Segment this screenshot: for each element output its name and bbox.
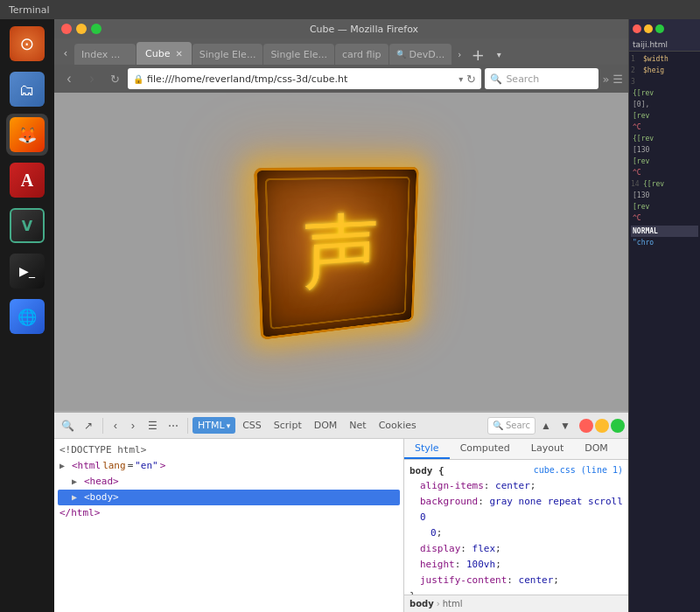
dt-search-wrap[interactable]: 🔍 Searc (487, 417, 536, 435)
firefox-icon: 🦊 (18, 126, 37, 144)
rp-mode-line: NORMAL (631, 226, 698, 237)
cube-display: 声 (249, 160, 433, 344)
rp-line-17: ^C (631, 212, 698, 224)
dt-next-result[interactable]: ▼ (556, 417, 574, 435)
rp-line-1: 1 $width (631, 53, 698, 65)
back-btn[interactable]: ‹ (60, 69, 79, 88)
dt-html-dropdown[interactable]: ▾ (227, 421, 231, 430)
dt-prev-result[interactable]: ▲ (537, 417, 555, 435)
list-tabs-btn[interactable]: ▾ (489, 44, 508, 65)
reload-btn[interactable]: ↻ (105, 69, 124, 88)
dom-body-row[interactable]: ▶ <body> (58, 490, 400, 505)
bc-body[interactable]: body (410, 599, 434, 609)
expand-icon: ▶ (72, 474, 82, 490)
dt-tab-net[interactable]: Net (344, 417, 371, 434)
style-prop-display: display: flex; (410, 541, 623, 557)
rp-line-2: 2 $heig (631, 65, 698, 76)
chrome-icon: 🌐 (18, 308, 37, 326)
devtools-status-bar: body › html (404, 595, 628, 612)
style-source[interactable]: cube.css (line 1) (534, 465, 623, 476)
rp-line-15: [130 (631, 190, 698, 201)
url-input-wrap[interactable]: 🔒 file:///home/reverland/tmp/css-3d/cube… (128, 68, 481, 89)
devtools-panel: 🔍 ↗ ‹ › ☰ ⋯ HTML ▾ CSS (54, 411, 628, 612)
tab-back-btn[interactable]: ‹ (58, 42, 74, 65)
taskbar-item-ubuntu[interactable]: ⊙ (6, 23, 48, 65)
tab-cube-close[interactable]: ✕ (175, 49, 182, 59)
search-icon: 🔍 (490, 73, 502, 85)
rp-min-btn[interactable] (644, 24, 653, 33)
close-btn[interactable] (61, 24, 72, 34)
rp-close-btn[interactable] (633, 24, 641, 33)
rp-line-6: [rev (631, 110, 698, 122)
tab-single-ele-2[interactable]: Single Ele... (263, 44, 334, 65)
dt-expand-btn[interactable]: ⋯ (164, 416, 183, 435)
style-panel-tabs: Style Computed Layout DOM Events » (404, 439, 628, 460)
add-tab-btn[interactable]: + (467, 44, 488, 65)
dt-btn-2[interactable] (595, 419, 609, 433)
taskbar-item-font[interactable]: A (6, 159, 48, 201)
dt-search-icon: 🔍 (493, 421, 503, 430)
dom-html-close: </html> (58, 505, 400, 521)
dt-back-nav[interactable]: ‹ (108, 416, 123, 435)
extra-btn-overflow[interactable]: » (602, 73, 609, 86)
dom-head-row[interactable]: ▶ <head> (58, 474, 400, 490)
dom-html-row[interactable]: ▶ <html lang = "en" > (58, 458, 400, 474)
bc-html[interactable]: html (443, 599, 463, 609)
tab-overflow-btn[interactable]: › (452, 44, 466, 65)
sp-tab-style[interactable]: Style (404, 439, 450, 459)
font-icon: A (21, 170, 33, 191)
style-prop-justify-content: justify-content: center; (410, 573, 623, 588)
dt-tab-css[interactable]: CSS (237, 417, 267, 434)
sp-tab-events[interactable]: Events (619, 439, 628, 459)
tab-single-ele-1[interactable]: Single Ele... (192, 44, 263, 65)
tab-cube[interactable]: Cube ✕ (136, 42, 192, 65)
sp-tab-dom[interactable]: DOM (574, 439, 619, 459)
dt-tab-script[interactable]: Script (269, 417, 307, 434)
search-wrap[interactable]: 🔍 Search (485, 68, 598, 89)
dt-tab-cookies[interactable]: Cookies (374, 417, 422, 434)
tab-devd[interactable]: 🔍 DevD... (389, 44, 452, 65)
dt-btn-1[interactable] (579, 419, 593, 433)
window-title: Terminal (9, 4, 50, 16)
forward-btn[interactable]: › (82, 69, 102, 88)
taskbar-item-firefox[interactable]: 🦊 (6, 114, 48, 156)
rp-filename: taiji.html (629, 38, 700, 52)
maximize-btn[interactable] (91, 24, 102, 34)
browser-title-bar: Cube — Mozilla Firefox (54, 19, 628, 38)
url-reload-btn[interactable]: ↻ (466, 73, 476, 86)
rp-controls (633, 24, 664, 33)
dt-tab-html[interactable]: HTML ▾ (192, 417, 235, 434)
dt-inspect-btn[interactable]: 🔍 (58, 416, 77, 435)
rp-line-14: 14 {[rev (631, 178, 698, 190)
style-rule-header: body { cube.css (line 1) (410, 465, 623, 476)
url-lock-icon: 🔒 (133, 74, 144, 84)
expand-icon: ▶ (60, 458, 70, 474)
style-closing-brace: } (410, 588, 623, 595)
taskbar-item-terminal[interactable]: ▶_ (6, 250, 48, 292)
dt-btn-3[interactable] (611, 419, 625, 433)
files-icon: 🗂 (19, 80, 35, 99)
dt-pick-btn[interactable]: ↗ (79, 416, 98, 435)
style-content: body { cube.css (line 1) align-items: ce… (404, 460, 628, 595)
taskbar-item-vim[interactable]: V (6, 205, 48, 247)
taskbar-item-files[interactable]: 🗂 (6, 68, 48, 110)
bc-sep: › (437, 599, 440, 609)
taskbar-item-chrome[interactable]: 🌐 (6, 296, 48, 337)
expand-icon-body: ▶ (72, 490, 82, 505)
sp-tab-computed[interactable]: Computed (450, 439, 521, 459)
sp-tab-layout[interactable]: Layout (521, 439, 574, 459)
dt-separator-1 (102, 418, 103, 434)
dom-panel: <!DOCTYPE html> ▶ <html lang = "en" > (54, 439, 404, 612)
tab-index[interactable]: Index ... (74, 44, 136, 65)
rp-max-btn[interactable] (655, 24, 664, 33)
style-selector: body { (410, 465, 444, 476)
dt-tab-dom[interactable]: DOM (309, 417, 343, 434)
dt-list-btn[interactable]: ☰ (143, 416, 162, 435)
tab-card-flip[interactable]: card flip (335, 44, 388, 65)
minimize-btn[interactable] (76, 24, 87, 34)
url-dropdown-icon[interactable]: ▾ (458, 74, 463, 84)
menu-btn[interactable]: ☰ (612, 73, 623, 86)
dom-doctype: <!DOCTYPE html> (58, 442, 400, 458)
url-text: file:///home/reverland/tmp/css-3d/cube.h… (147, 73, 455, 85)
dt-fwd-nav[interactable]: › (125, 416, 141, 435)
